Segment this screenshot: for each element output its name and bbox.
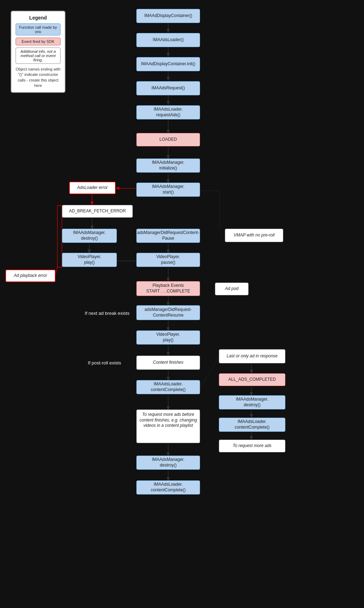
node-ima-ads-manager-destroy-2: IMAAdsManager.destroy() bbox=[219, 395, 285, 409]
svg-line-31 bbox=[200, 357, 219, 388]
node-ad-playback-error: Ad playback error bbox=[5, 269, 56, 282]
node-last-only-ad: Last or only ad in response bbox=[219, 349, 285, 363]
node-loaded: LOADED bbox=[136, 133, 200, 146]
node-ima-ads-loader: IMAAdsLoader() bbox=[136, 33, 200, 47]
node-ima-ads-loader-request-ads: IMAAdsLoader.requestAds() bbox=[136, 105, 200, 119]
node-vmap-no-pre-roll: VMAP with no pre-roll bbox=[225, 229, 283, 242]
node-ima-ads-manager-destroy-3: IMAAdsManager.destroy() bbox=[136, 456, 200, 470]
diagram-container: Legend Function call made by you Event f… bbox=[0, 0, 364, 608]
node-ads-manager-did-request-content-pause: adsManagerDid­RequestContent­Pause bbox=[136, 229, 200, 243]
node-video-player-pause: VideoPlayer.pause() bbox=[136, 253, 200, 267]
node-ima-display-container-init: IMAAd­DisplayContainer.init() bbox=[136, 57, 200, 71]
legend-note: Object names ending with "()" indicate c… bbox=[16, 67, 61, 89]
node-ima-ads-manager-destroy-1: IMAAdsManager.destroy() bbox=[62, 229, 117, 243]
node-ad-pod: Ad pod bbox=[215, 283, 249, 295]
node-content-finishes: Content finishes bbox=[136, 356, 200, 370]
node-ima-ads-manager-start: IMAAdsManager.start() bbox=[136, 183, 200, 197]
legend: Legend Function call made by you Event f… bbox=[11, 11, 66, 93]
legend-additional-info: Additional info, not a method call or ev… bbox=[16, 48, 61, 64]
svg-rect-21 bbox=[57, 206, 62, 267]
node-request-more-ads-note: To request more ads before content finis… bbox=[136, 409, 200, 443]
node-ad-break-fetch-error: AD_BREAK_FETCH_ERROR bbox=[62, 205, 133, 218]
legend-event-fired: Event fired by SDK bbox=[16, 38, 61, 45]
legend-function-call: Function call made by you bbox=[16, 23, 61, 35]
node-ima-ads-loader-content-complete-2: IMAAdsLoader.contentComplete() bbox=[219, 418, 285, 432]
node-ima-display-container: IMAAd​DisplayContainer() bbox=[136, 9, 200, 23]
node-playback-events: Playback EventsSTART . . .COMPLETE bbox=[136, 281, 200, 296]
node-ads-manager-did-request-content-resume: adsManagerDid­Request­ContentResume bbox=[136, 305, 200, 320]
node-ima-ads-request: IMAAdsRequest() bbox=[136, 81, 200, 95]
node-video-player-play-2: VideoPlayer.play() bbox=[136, 330, 200, 345]
node-ima-ads-loader-content-complete-3: IMAAdsLoader.contentComplete() bbox=[136, 480, 200, 495]
node-ima-ads-manager-initialize: IMAAdsManager.initialize() bbox=[136, 158, 200, 173]
node-if-post-roll-exists: If post-roll exists bbox=[78, 356, 131, 370]
legend-title: Legend bbox=[16, 15, 61, 21]
node-video-player-play-1: VideoPlayer.play() bbox=[62, 253, 117, 267]
node-ima-ads-loader-content-complete-1: IMAAdsLoader.contentComplete() bbox=[136, 380, 200, 394]
node-all-ads-completed: ALL_ADS_COMPLETED bbox=[219, 373, 285, 386]
node-if-next-ad-break: If next ad break exists bbox=[76, 306, 138, 320]
node-ads-loader-error: AdsLoader error bbox=[69, 182, 116, 194]
node-to-request-more-ads: To request more ads bbox=[219, 440, 285, 452]
